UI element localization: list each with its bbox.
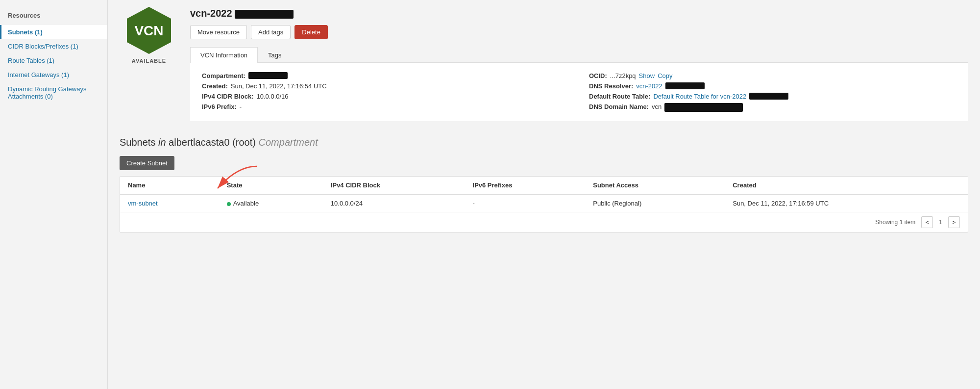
subnets-section: Subnets in albertlacasta0 (root) Compart… [108, 129, 980, 240]
resources-label: Resources [0, 8, 107, 25]
compartment-name: albertlacasta0 (root) [169, 137, 256, 148]
ipv6-value: - [240, 103, 242, 110]
subnets-title: Subnets [120, 137, 155, 148]
sidebar-item-internet-gateways[interactable]: Internet Gateways (1) [0, 68, 107, 82]
table-row: vm-subnetAvailable10.0.0.0/24-Public (Re… [120, 194, 968, 212]
sidebar-item-route-tables[interactable]: Route Tables (1) [0, 53, 107, 68]
cell-name: vm-subnet [120, 194, 219, 212]
pagination-page: 1 [939, 219, 942, 226]
pagination-prev-button[interactable]: < [921, 216, 933, 228]
vcn-logo-wrap: VCN AVAILABLE [120, 6, 178, 64]
ipv6-row: IPv6 Prefix: - [202, 102, 569, 112]
ocid-copy-link[interactable]: Copy [658, 72, 672, 79]
vcn-title: vcn-2022 [190, 8, 968, 19]
col-ipv6-prefixes: IPv6 Prefixes [465, 177, 586, 194]
header-content: vcn-2022 Move resource Add tags Delete V… [190, 6, 968, 129]
col-subnet-access: Subnet Access [585, 177, 725, 194]
dns-domain-label: DNS Domain Name: [589, 103, 649, 110]
dns-resolver-row: DNS Resolver: vcn-2022 [589, 81, 956, 91]
ocid-show-link[interactable]: Show [639, 72, 655, 79]
cell-state: Available [219, 194, 323, 212]
delete-button[interactable]: Delete [294, 25, 328, 39]
default-route-value[interactable]: Default Route Table for vcn-2022 [653, 93, 746, 100]
ocid-value: ...7z2kpq [610, 72, 636, 79]
ipv4-row: IPv4 CIDR Block: 10.0.0.0/16 [202, 91, 569, 102]
dns-domain-redacted [664, 103, 743, 112]
dns-resolver-value[interactable]: vcn-2022 [636, 82, 662, 90]
tab-tags[interactable]: Tags [258, 47, 292, 63]
status-dot [227, 202, 231, 206]
compartment-value-redacted [248, 72, 288, 79]
vcn-status-label: AVAILABLE [132, 58, 166, 64]
created-row: Created: Sun, Dec 11, 2022, 17:16:54 UTC [202, 81, 569, 91]
vcn-hexagon: VCN [124, 6, 173, 55]
showing-label: Showing 1 item [875, 219, 915, 226]
ocid-label: OCID: [589, 72, 607, 79]
col-created: Created [725, 177, 968, 194]
pagination-next-button[interactable]: > [948, 216, 960, 228]
col-ipv4-cidr: IPv4 CIDR Block [323, 177, 465, 194]
cell-ipv6-prefixes: - [465, 194, 586, 212]
svg-text:VCN: VCN [134, 23, 163, 38]
default-route-redacted [749, 93, 788, 100]
subnets-table: Name State IPv4 CIDR Block IPv6 Prefixes… [120, 177, 968, 212]
cell-ipv4-cidr: 10.0.0.0/24 [323, 194, 465, 212]
compartment-row: Compartment: [202, 71, 569, 81]
info-grid: Compartment: Created: Sun, Dec 11, 2022,… [202, 71, 956, 113]
subnet-name-link[interactable]: vm-subnet [128, 200, 158, 207]
col-name: Name [120, 177, 219, 194]
dns-resolver-label: DNS Resolver: [589, 82, 633, 90]
default-route-row: Default Route Table: Default Route Table… [589, 91, 956, 102]
tab-vcn-information[interactable]: VCN Information [190, 47, 258, 63]
ipv6-label: IPv6 Prefix: [202, 103, 237, 110]
sidebar-item-drg-attachments[interactable]: Dynamic Routing Gateways Attachments (0) [0, 82, 107, 104]
cell-subnet-access: Public (Regional) [585, 194, 725, 212]
sidebar-item-cidr[interactable]: CIDR Blocks/Prefixes (1) [0, 39, 107, 53]
ocid-row: OCID: ...7z2kpq Show Copy [589, 71, 956, 81]
section-title: Subnets in albertlacasta0 (root) Compart… [120, 137, 968, 148]
dns-domain-prefix: vcn [652, 103, 662, 110]
dns-domain-row: DNS Domain Name: vcn [589, 102, 956, 113]
vcn-title-redacted [235, 10, 294, 19]
subnets-table-container: Name State IPv4 CIDR Block IPv6 Prefixes… [120, 176, 968, 233]
table-header-row: Name State IPv4 CIDR Block IPv6 Prefixes… [120, 177, 968, 194]
add-tags-button[interactable]: Add tags [251, 25, 291, 39]
col-state: State [219, 177, 323, 194]
tabs: VCN Information Tags [190, 47, 968, 63]
sidebar-item-subnets[interactable]: Subnets (1) [0, 25, 107, 39]
ipv4-label: IPv4 CIDR Block: [202, 93, 253, 100]
ipv4-value: 10.0.0.0/16 [256, 93, 288, 100]
move-resource-button[interactable]: Move resource [190, 25, 247, 39]
cell-created: Sun, Dec 11, 2022, 17:16:59 UTC [725, 194, 968, 212]
main-content: VCN AVAILABLE vcn-2022 Move resource Add… [108, 0, 980, 389]
action-buttons: Move resource Add tags Delete [190, 25, 968, 39]
default-route-label: Default Route Table: [589, 93, 650, 100]
table-footer: Showing 1 item < 1 > [120, 212, 968, 232]
create-subnet-button[interactable]: Create Subnet [120, 156, 174, 170]
dns-resolver-redacted [665, 82, 705, 89]
created-value: Sun, Dec 11, 2022, 17:16:54 UTC [231, 82, 327, 90]
compartment-label: Compartment: [202, 72, 245, 79]
header-area: VCN AVAILABLE vcn-2022 Move resource Add… [108, 0, 980, 129]
vcn-info-panel: Compartment: Created: Sun, Dec 11, 2022,… [190, 63, 968, 121]
created-label: Created: [202, 82, 228, 90]
sidebar: Resources Subnets (1)CIDR Blocks/Prefixe… [0, 0, 108, 389]
